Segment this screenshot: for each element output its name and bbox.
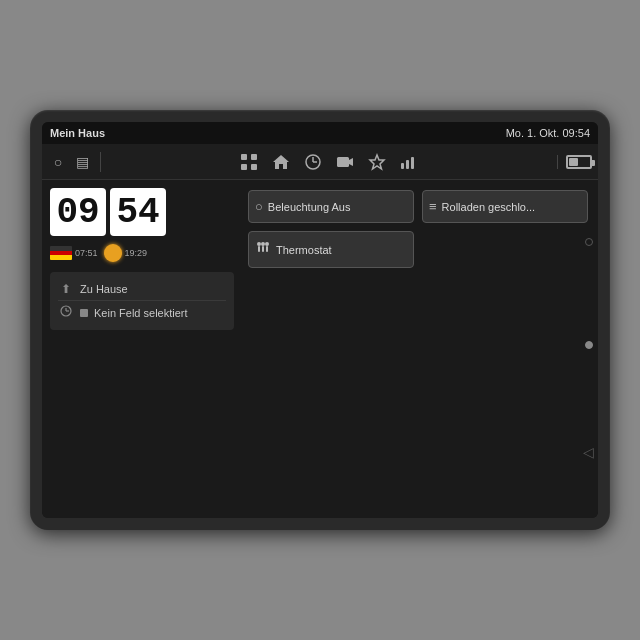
beleuchtung-button[interactable]: ○ Beleuchtung Aus — [248, 190, 414, 223]
info-row-field[interactable]: Kein Feld selektiert — [58, 300, 226, 324]
svg-rect-13 — [411, 157, 414, 169]
rolladen-label: Rolladen geschlo... — [442, 201, 536, 213]
svg-point-19 — [265, 242, 269, 246]
svg-marker-4 — [273, 155, 289, 169]
info-label-home: Zu Hause — [80, 283, 128, 295]
tablet-screen: Mein Haus Mo. 1. Okt. 09:54 ○ ▤ — [42, 122, 598, 518]
svg-rect-1 — [251, 154, 257, 160]
status-bar: Mein Haus Mo. 1. Okt. 09:54 — [42, 122, 598, 144]
thermostat-button[interactable]: Thermostat — [248, 231, 414, 268]
svg-point-18 — [261, 242, 265, 246]
sun-icon — [104, 244, 122, 262]
rolladen-icon: ≡ — [429, 199, 437, 214]
thermostat-icon — [255, 240, 271, 259]
star-icon[interactable] — [367, 152, 387, 172]
button-row-top: ○ Beleuchtung Aus ≡ Rolladen geschlo... — [248, 190, 588, 223]
svg-marker-9 — [349, 158, 353, 166]
flag-icon — [50, 246, 72, 260]
tablet-device: Mein Haus Mo. 1. Okt. 09:54 ○ ▤ — [30, 110, 610, 530]
timer-icon — [58, 305, 74, 320]
home-up-icon: ⬆ — [58, 282, 74, 296]
weather-time-morning: 07:51 — [75, 248, 98, 258]
field-indicator — [80, 309, 88, 317]
right-panel: ○ Beleuchtung Aus ≡ Rolladen geschlo... — [242, 180, 598, 518]
main-content: 09 54 07:51 19:29 — [42, 180, 598, 518]
info-label-field: Kein Feld selektiert — [94, 307, 188, 319]
clock-minutes: 54 — [110, 188, 166, 236]
signal-icon — [399, 152, 419, 172]
left-panel: 09 54 07:51 19:29 — [42, 180, 242, 518]
svg-rect-20 — [258, 246, 260, 252]
grid-icon[interactable] — [239, 152, 259, 172]
info-panel: ⬆ Zu Hause Kein Feld selektiert — [50, 272, 234, 330]
camera-icon[interactable] — [335, 152, 355, 172]
clock-icon[interactable] — [303, 152, 323, 172]
light-icon: ○ — [255, 199, 263, 214]
datetime: Mo. 1. Okt. 09:54 — [506, 127, 590, 139]
svg-rect-22 — [266, 246, 268, 252]
indicator-dot-active — [585, 341, 593, 349]
weather-item-evening: 19:29 — [104, 244, 148, 262]
nav-right — [557, 155, 592, 169]
circle-icon[interactable]: ○ — [48, 152, 68, 172]
weather-time-evening: 19:29 — [125, 248, 148, 258]
battery-icon — [566, 155, 592, 169]
nav-left: ○ ▤ — [48, 152, 101, 172]
button-row-bottom: Thermostat — [248, 231, 588, 268]
svg-rect-2 — [241, 164, 247, 170]
svg-marker-10 — [370, 155, 384, 169]
svg-rect-21 — [262, 246, 264, 252]
info-row-home[interactable]: ⬆ Zu Hause — [58, 278, 226, 300]
thermostat-label: Thermostat — [276, 244, 332, 256]
svg-point-17 — [257, 242, 261, 246]
clock-widget: 09 54 — [50, 188, 234, 236]
svg-rect-12 — [406, 160, 409, 169]
svg-rect-8 — [337, 157, 349, 167]
app-title: Mein Haus — [50, 127, 105, 139]
svg-rect-3 — [251, 164, 257, 170]
svg-rect-11 — [401, 163, 404, 169]
indicator-dot-top — [585, 238, 593, 246]
weather-item-morning: 07:51 — [50, 246, 98, 260]
nav-bar: ○ ▤ — [42, 144, 598, 180]
beleuchtung-label: Beleuchtung Aus — [268, 201, 351, 213]
back-arrow[interactable]: ◁ — [583, 444, 594, 460]
side-indicators: ◁ — [583, 180, 594, 518]
clock-hours: 09 — [50, 188, 106, 236]
weather-row: 07:51 19:29 — [50, 244, 234, 262]
rolladen-button[interactable]: ≡ Rolladen geschlo... — [422, 190, 588, 223]
nav-center — [101, 152, 557, 172]
list-icon[interactable]: ▤ — [72, 152, 92, 172]
home-icon[interactable] — [271, 152, 291, 172]
svg-rect-0 — [241, 154, 247, 160]
